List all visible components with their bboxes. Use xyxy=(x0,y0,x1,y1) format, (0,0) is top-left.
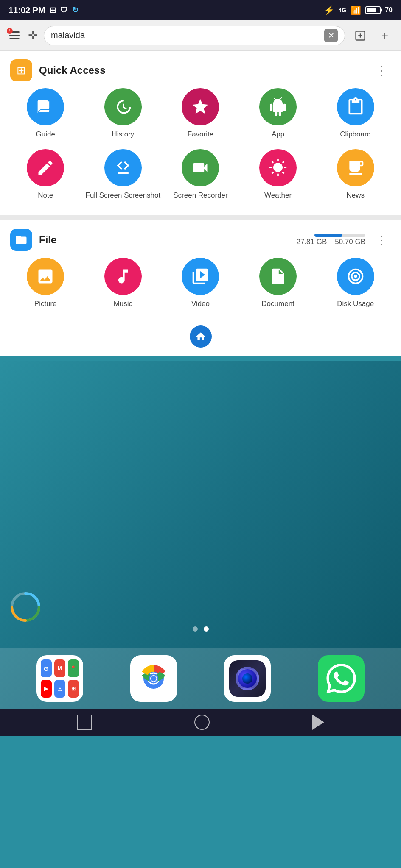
document-label: Document xyxy=(261,299,294,309)
edit-button[interactable] xyxy=(351,26,370,45)
nav-bar xyxy=(0,709,401,736)
recorder-label: Screen Recorder xyxy=(173,191,228,200)
file-item-document[interactable]: Document xyxy=(239,258,317,309)
nav-back-button[interactable] xyxy=(312,715,324,730)
clear-url-button[interactable]: ✕ xyxy=(324,29,338,42)
shield-icon: 🛡 xyxy=(60,6,68,15)
guide-label: Guide xyxy=(36,130,55,139)
quick-item-favorite[interactable]: Favorite xyxy=(162,88,239,139)
storage-bar xyxy=(314,234,365,237)
picture-label: Picture xyxy=(34,299,57,309)
quick-item-note[interactable]: Note xyxy=(7,149,84,200)
camera-bg xyxy=(229,660,266,697)
history-label: History xyxy=(112,130,134,139)
section-divider xyxy=(0,215,401,220)
dock-item-whatsapp[interactable] xyxy=(318,655,365,702)
quick-item-guide[interactable]: Guide xyxy=(7,88,84,139)
favorite-icon xyxy=(182,88,219,125)
file-item-music[interactable]: Music xyxy=(84,258,162,309)
battery-text: 70 xyxy=(385,6,393,14)
document-icon xyxy=(259,258,297,295)
battery-icon xyxy=(365,6,381,14)
file-item-picture[interactable]: Picture xyxy=(7,258,84,309)
url-text: malavida xyxy=(51,31,320,40)
weather-icon xyxy=(259,149,297,186)
status-bar: 11:02 PM ⊞ 🛡 ↻ ⚡ 4G 📶 70 xyxy=(0,0,401,20)
storage-info: 27.81 GB 50.70 GB xyxy=(296,234,365,246)
quick-item-clipboard[interactable]: Clipboard xyxy=(317,88,394,139)
clipboard-icon xyxy=(337,88,374,125)
gapps-icon: ⊞ xyxy=(68,680,79,698)
menu-button[interactable]: ! xyxy=(7,28,22,43)
camera-lens xyxy=(236,667,259,690)
quick-item-screenshot[interactable]: Full Screen Screenshot xyxy=(84,149,162,200)
svg-point-8 xyxy=(151,676,156,682)
disk-label: Disk Usage xyxy=(337,299,374,309)
google-g-icon: G xyxy=(41,659,52,677)
spinner-icon: ↻ xyxy=(72,6,79,15)
quick-item-weather[interactable]: Weather xyxy=(239,149,317,200)
home-button[interactable] xyxy=(190,326,212,348)
dock-item-chrome[interactable] xyxy=(130,655,177,702)
storage-fill xyxy=(314,234,342,237)
url-bar[interactable]: malavida ✕ xyxy=(44,26,345,45)
quick-item-recorder[interactable]: Screen Recorder xyxy=(162,149,239,200)
maps-icon: 📍 xyxy=(68,659,79,677)
video-icon xyxy=(182,258,219,295)
file-item-video[interactable]: Video xyxy=(162,258,239,309)
clipboard-label: Clipboard xyxy=(340,130,371,139)
youtube-icon: ▶ xyxy=(41,680,52,698)
file-more[interactable]: ⋮ xyxy=(372,231,391,249)
dock: G M 📍 ▶ △ ⊞ xyxy=(0,648,401,709)
music-label: Music xyxy=(114,299,132,309)
gdrive-icon: △ xyxy=(54,680,65,698)
move-icon[interactable]: ✛ xyxy=(28,28,38,42)
status-right: ⚡ 4G 📶 70 xyxy=(324,5,393,15)
nav-home-button[interactable] xyxy=(194,715,210,730)
network-icon: 4G xyxy=(339,7,347,14)
grid-icon: ⊞ xyxy=(50,6,56,15)
picture-icon xyxy=(27,258,64,295)
page-dots xyxy=(193,626,209,632)
file-item-disk[interactable]: Disk Usage xyxy=(317,258,394,309)
dock-item-google[interactable]: G M 📍 ▶ △ ⊞ xyxy=(36,655,83,702)
time-display: 11:02 PM xyxy=(8,6,45,15)
quick-access-section: ⊞ Quick Access ⋮ Guide xyxy=(0,51,401,210)
dock-item-camera[interactable] xyxy=(224,655,271,702)
video-label: Video xyxy=(191,299,210,309)
quick-item-history[interactable]: History xyxy=(84,88,162,139)
quick-access-more[interactable]: ⋮ xyxy=(372,62,391,79)
battery-fill xyxy=(367,8,376,12)
status-left: 11:02 PM ⊞ 🛡 ↻ xyxy=(8,6,79,15)
recorder-icon xyxy=(182,149,219,186)
music-icon xyxy=(104,258,142,295)
note-icon xyxy=(27,149,64,186)
storage-numbers: 27.81 GB 50.70 GB xyxy=(296,238,365,246)
file-grid: Picture Music Video xyxy=(0,258,401,319)
quick-access-title: Quick Access xyxy=(39,64,365,76)
disk-icon xyxy=(337,258,374,295)
bluetooth-icon: ⚡ xyxy=(324,5,334,15)
file-icon xyxy=(10,229,32,251)
app-label: App xyxy=(272,130,284,139)
note-label: Note xyxy=(38,191,53,200)
chrome-svg-icon xyxy=(137,662,171,696)
news-icon xyxy=(337,149,374,186)
whatsapp-svg-icon xyxy=(326,664,356,693)
file-header: File 27.81 GB 50.70 GB ⋮ xyxy=(0,220,401,258)
quick-item-news[interactable]: News xyxy=(317,149,394,200)
desktop-background: G M 📍 ▶ △ ⊞ xyxy=(0,361,401,709)
page-dot-1[interactable] xyxy=(193,626,198,632)
quick-access-grid: Guide History Favorite xyxy=(0,88,401,210)
favorite-label: Favorite xyxy=(188,130,213,139)
history-icon xyxy=(104,88,142,125)
quick-access-header: ⊞ Quick Access ⋮ xyxy=(0,51,401,88)
quick-item-app[interactable]: App xyxy=(239,88,317,139)
battery-tip xyxy=(381,8,382,12)
nav-stop-button[interactable] xyxy=(77,715,92,730)
guide-icon xyxy=(27,88,64,125)
screenshot-icon xyxy=(104,149,142,186)
loading-spinner xyxy=(8,590,42,624)
page-dot-2[interactable] xyxy=(204,626,209,632)
add-tab-button[interactable]: ＋ xyxy=(376,26,394,45)
